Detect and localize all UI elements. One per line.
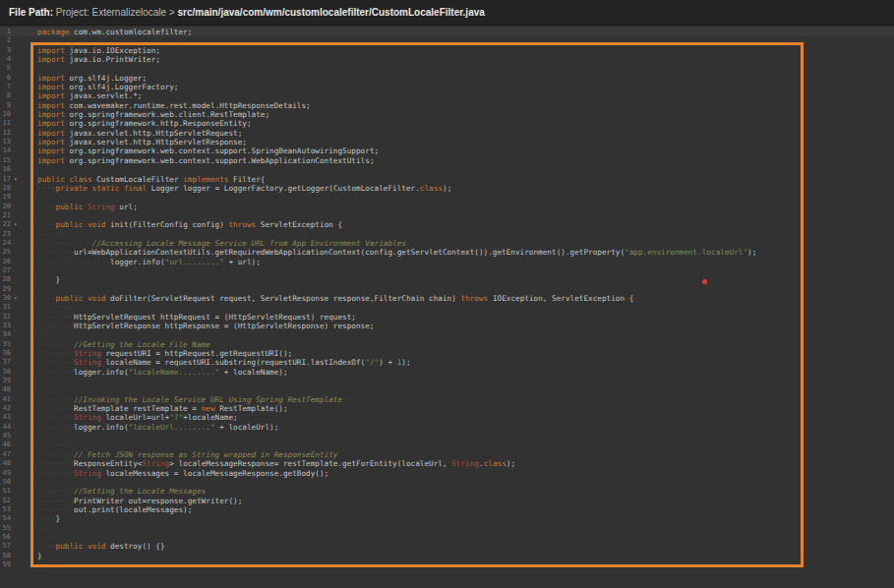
line-number[interactable]: 21 [0,211,11,220]
line-number[interactable]: 52 [0,497,11,505]
line-number[interactable]: 38 [0,368,11,377]
line-number[interactable]: 47 [0,450,11,459]
error-marker-dot [702,279,707,284]
line-number[interactable]: 5 [0,64,11,73]
file-path-label: File Path: [9,7,53,18]
line-number[interactable]: 27 [0,266,11,275]
line-number[interactable]: 1 [0,28,11,36]
line-number[interactable]: 7 [0,83,11,91]
line-number[interactable]: 12 [0,129,11,138]
code-token: package [37,28,69,36]
line-number[interactable]: 23 [0,230,11,239]
line-number[interactable]: 57 [0,542,11,551]
line-number[interactable]: 53 [0,505,11,514]
line-number[interactable]: 59 [0,560,11,569]
line-number[interactable]: 13 [0,138,11,147]
line-number[interactable]: 40 [0,385,11,394]
file-path-bar: File Path: Project: Externalizelocale > … [0,0,894,26]
line-number[interactable]: 43 [0,413,11,422]
line-number[interactable]: 58 [0,552,11,560]
line-number[interactable]: 2 [0,36,11,45]
line-number[interactable]: 10 [0,110,11,119]
line-number[interactable]: 20 [0,203,11,211]
line-number[interactable]: 29 [0,285,11,294]
line-number[interactable]: 45 [0,432,11,441]
line-number[interactable]: 24 [0,239,11,248]
line-number[interactable]: 54 [0,514,11,523]
line-number[interactable]: 42 [0,404,11,413]
line-number[interactable]: 50 [0,478,11,487]
line-number[interactable]: 36 [0,349,11,358]
line-number[interactable]: 26 [0,258,11,266]
line-number[interactable]: 18 [0,184,11,193]
line-number[interactable]: 11 [0,119,11,128]
line-number[interactable]: 56 [0,533,11,542]
line-number[interactable]: 34 [0,330,11,339]
file-path-project: Project: Externalizelocale [53,7,169,18]
code-token: com.wm.customlocalefilter; [69,28,192,36]
line-number[interactable]: 37 [0,358,11,367]
line-number[interactable]: 8 [0,91,11,100]
highlight-box [30,42,804,567]
line-number[interactable]: 31 [0,303,11,312]
line-number[interactable]: 3 [0,46,11,55]
line-number[interactable]: 51 [0,487,11,496]
line-number[interactable]: 6 [0,74,11,83]
line-number[interactable]: 28 [0,275,11,284]
code-editor-window: File Path: Project: Externalizelocale > … [0,0,894,588]
line-number[interactable]: 16 [0,165,11,174]
line-number[interactable]: 39 [0,377,11,385]
line-number[interactable]: 44 [0,423,11,432]
editor-area[interactable]: 1package com.wm.customlocalefilter;23imp… [0,26,894,588]
line-number[interactable]: 22 [0,220,11,229]
line-number[interactable]: 41 [0,395,11,404]
line-number[interactable]: 48 [0,459,11,468]
line-number[interactable]: 14 [0,147,11,155]
line-number[interactable]: 4 [0,55,11,64]
line-number[interactable]: 32 [0,313,11,322]
breadcrumb-separator: > [169,7,178,18]
code-line[interactable]: 1package com.wm.customlocalefilter; [0,28,756,36]
line-number[interactable]: 30 [0,294,11,303]
line-number[interactable]: 17 [0,175,11,184]
line-number[interactable]: 33 [0,322,11,330]
line-number[interactable]: 25 [0,248,11,257]
line-number[interactable]: 49 [0,469,11,478]
line-number[interactable]: 19 [0,193,11,202]
line-number[interactable]: 15 [0,156,11,165]
line-number[interactable]: 46 [0,441,11,449]
line-number[interactable]: 35 [0,340,11,349]
line-number[interactable]: 55 [0,524,11,533]
file-path-value: src/main/java/com/wm/customlocalefilter/… [177,7,484,18]
line-number[interactable]: 9 [0,101,11,110]
